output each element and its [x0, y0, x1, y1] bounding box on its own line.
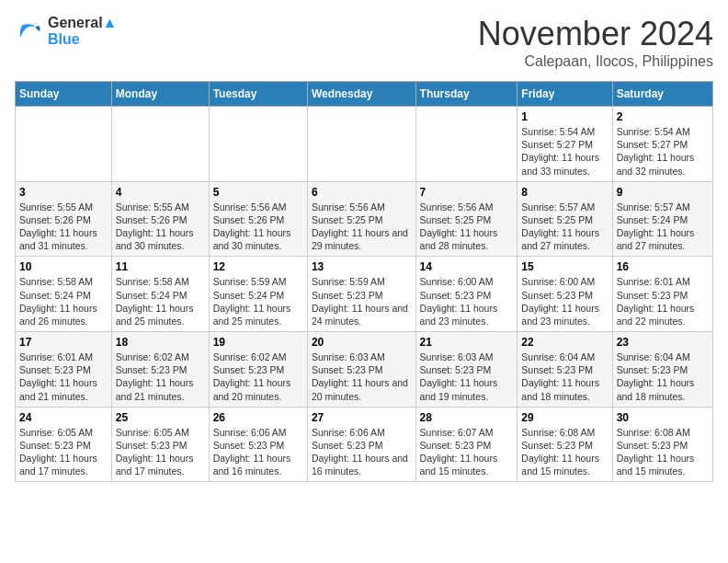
day-number: 4 — [116, 186, 205, 199]
day-info: Sunrise: 6:03 AMSunset: 5:23 PMDaylight:… — [312, 350, 412, 403]
day-info: Sunrise: 5:56 AMSunset: 5:25 PMDaylight:… — [420, 201, 514, 253]
day-number: 11 — [116, 260, 205, 273]
calendar-cell: 13Sunrise: 5:59 AMSunset: 5:23 PMDayligh… — [307, 257, 415, 332]
day-number: 5 — [213, 186, 303, 199]
weekday-header: Tuesday — [209, 82, 307, 107]
weekday-header: Saturday — [612, 82, 712, 107]
day-number: 29 — [521, 411, 608, 424]
day-info: Sunrise: 5:56 AMSunset: 5:25 PMDaylight:… — [312, 201, 412, 253]
day-number: 30 — [617, 411, 709, 424]
page-header: General▲ Blue November 2024 Calepaan, Il… — [15, 15, 713, 70]
day-info: Sunrise: 5:55 AMSunset: 5:26 PMDaylight:… — [116, 201, 205, 253]
day-info: Sunrise: 6:04 AMSunset: 5:23 PMDaylight:… — [617, 350, 709, 403]
calendar-week-row: 17Sunrise: 6:01 AMSunset: 5:23 PMDayligh… — [16, 332, 713, 408]
day-number: 1 — [521, 110, 608, 123]
calendar-cell: 7Sunrise: 5:56 AMSunset: 5:25 PMDaylight… — [415, 181, 518, 257]
day-info: Sunrise: 6:05 AMSunset: 5:23 PMDaylight:… — [116, 426, 205, 478]
calendar-cell: 9Sunrise: 5:57 AMSunset: 5:24 PMDaylight… — [612, 181, 712, 257]
day-number: 13 — [312, 260, 412, 273]
day-info: Sunrise: 5:58 AMSunset: 5:24 PMDaylight:… — [19, 275, 108, 327]
day-number: 25 — [116, 411, 205, 424]
day-number: 15 — [521, 260, 608, 273]
day-info: Sunrise: 6:04 AMSunset: 5:23 PMDaylight:… — [521, 350, 608, 403]
day-info: Sunrise: 6:02 AMSunset: 5:23 PMDaylight:… — [213, 350, 303, 403]
weekday-header: Thursday — [415, 82, 518, 107]
day-info: Sunrise: 5:57 AMSunset: 5:25 PMDaylight:… — [521, 201, 608, 253]
day-info: Sunrise: 6:06 AMSunset: 5:23 PMDaylight:… — [213, 426, 303, 478]
calendar-cell — [16, 107, 112, 182]
day-number: 18 — [116, 336, 205, 349]
day-info: Sunrise: 5:58 AMSunset: 5:24 PMDaylight:… — [116, 275, 205, 327]
calendar-cell: 21Sunrise: 6:03 AMSunset: 5:23 PMDayligh… — [415, 332, 518, 408]
location: Calepaan, Ilocos, Philippines — [478, 53, 713, 70]
calendar-cell: 5Sunrise: 5:56 AMSunset: 5:26 PMDaylight… — [209, 181, 307, 257]
day-info: Sunrise: 5:54 AMSunset: 5:27 PMDaylight:… — [521, 125, 608, 178]
day-info: Sunrise: 6:01 AMSunset: 5:23 PMDaylight:… — [617, 275, 709, 327]
calendar-cell — [415, 107, 518, 182]
calendar-cell: 14Sunrise: 6:00 AMSunset: 5:23 PMDayligh… — [415, 257, 518, 332]
logo: General▲ Blue — [15, 15, 117, 48]
day-number: 20 — [312, 336, 412, 349]
calendar-cell: 2Sunrise: 5:54 AMSunset: 5:27 PMDaylight… — [612, 107, 712, 182]
calendar-week-row: 24Sunrise: 6:05 AMSunset: 5:23 PMDayligh… — [16, 407, 713, 482]
day-number: 2 — [617, 110, 709, 123]
logo-text: General▲ Blue — [48, 15, 117, 48]
weekday-header-row: SundayMondayTuesdayWednesdayThursdayFrid… — [16, 82, 713, 107]
day-info: Sunrise: 6:08 AMSunset: 5:23 PMDaylight:… — [521, 426, 608, 478]
calendar-cell: 1Sunrise: 5:54 AMSunset: 5:27 PMDaylight… — [518, 107, 612, 182]
calendar-cell: 10Sunrise: 5:58 AMSunset: 5:24 PMDayligh… — [16, 257, 112, 332]
calendar-cell: 3Sunrise: 5:55 AMSunset: 5:26 PMDaylight… — [16, 181, 112, 257]
calendar-cell: 23Sunrise: 6:04 AMSunset: 5:23 PMDayligh… — [612, 332, 712, 408]
day-info: Sunrise: 5:59 AMSunset: 5:24 PMDaylight:… — [213, 275, 303, 327]
calendar-week-row: 10Sunrise: 5:58 AMSunset: 5:24 PMDayligh… — [16, 257, 713, 332]
day-info: Sunrise: 6:08 AMSunset: 5:23 PMDaylight:… — [617, 426, 709, 478]
day-info: Sunrise: 5:57 AMSunset: 5:24 PMDaylight:… — [617, 201, 709, 253]
day-number: 6 — [312, 186, 412, 199]
day-info: Sunrise: 5:56 AMSunset: 5:26 PMDaylight:… — [213, 201, 303, 253]
day-info: Sunrise: 6:01 AMSunset: 5:23 PMDaylight:… — [19, 350, 108, 403]
day-number: 22 — [521, 336, 608, 349]
day-info: Sunrise: 6:07 AMSunset: 5:23 PMDaylight:… — [420, 426, 514, 478]
calendar-cell: 17Sunrise: 6:01 AMSunset: 5:23 PMDayligh… — [16, 332, 112, 408]
day-info: Sunrise: 6:00 AMSunset: 5:23 PMDaylight:… — [420, 275, 514, 327]
logo-icon — [15, 17, 44, 46]
day-info: Sunrise: 6:03 AMSunset: 5:23 PMDaylight:… — [420, 350, 514, 403]
calendar-cell — [209, 107, 307, 182]
calendar-cell: 25Sunrise: 6:05 AMSunset: 5:23 PMDayligh… — [111, 407, 209, 482]
day-number: 28 — [420, 411, 514, 424]
calendar-week-row: 3Sunrise: 5:55 AMSunset: 5:26 PMDaylight… — [16, 181, 713, 257]
day-info: Sunrise: 6:06 AMSunset: 5:23 PMDaylight:… — [312, 426, 412, 478]
day-number: 14 — [420, 260, 514, 273]
calendar-cell: 6Sunrise: 5:56 AMSunset: 5:25 PMDaylight… — [307, 181, 415, 257]
day-number: 12 — [213, 260, 303, 273]
weekday-header: Wednesday — [307, 82, 415, 107]
weekday-header: Monday — [111, 82, 209, 107]
day-number: 24 — [19, 411, 108, 424]
calendar-cell: 20Sunrise: 6:03 AMSunset: 5:23 PMDayligh… — [307, 332, 415, 408]
day-info: Sunrise: 6:00 AMSunset: 5:23 PMDaylight:… — [521, 275, 608, 327]
calendar-cell: 19Sunrise: 6:02 AMSunset: 5:23 PMDayligh… — [209, 332, 307, 408]
day-number: 16 — [617, 260, 709, 273]
title-block: November 2024 Calepaan, Ilocos, Philippi… — [478, 15, 713, 70]
day-number: 10 — [19, 260, 108, 273]
calendar-cell: 30Sunrise: 6:08 AMSunset: 5:23 PMDayligh… — [612, 407, 712, 482]
calendar-cell — [111, 107, 209, 182]
calendar-week-row: 1Sunrise: 5:54 AMSunset: 5:27 PMDaylight… — [16, 107, 713, 182]
calendar-cell: 18Sunrise: 6:02 AMSunset: 5:23 PMDayligh… — [111, 332, 209, 408]
day-info: Sunrise: 5:55 AMSunset: 5:26 PMDaylight:… — [19, 201, 108, 253]
calendar-table: SundayMondayTuesdayWednesdayThursdayFrid… — [15, 81, 713, 482]
calendar-cell — [307, 107, 415, 182]
calendar-cell: 24Sunrise: 6:05 AMSunset: 5:23 PMDayligh… — [16, 407, 112, 482]
calendar-cell: 27Sunrise: 6:06 AMSunset: 5:23 PMDayligh… — [307, 407, 415, 482]
calendar-cell: 4Sunrise: 5:55 AMSunset: 5:26 PMDaylight… — [111, 181, 209, 257]
calendar-cell: 29Sunrise: 6:08 AMSunset: 5:23 PMDayligh… — [518, 407, 612, 482]
day-number: 8 — [521, 186, 608, 199]
day-number: 9 — [617, 186, 709, 199]
month-title: November 2024 — [478, 15, 713, 53]
day-number: 7 — [420, 186, 514, 199]
day-number: 26 — [213, 411, 303, 424]
day-number: 21 — [420, 336, 514, 349]
day-number: 17 — [19, 336, 108, 349]
calendar-cell: 15Sunrise: 6:00 AMSunset: 5:23 PMDayligh… — [518, 257, 612, 332]
day-number: 27 — [312, 411, 412, 424]
